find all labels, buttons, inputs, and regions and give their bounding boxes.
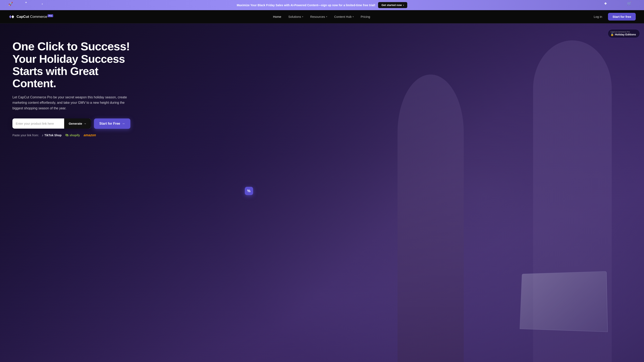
nav-links: Home Solutions ▾ Resources ▾ Content Hub…: [270, 13, 373, 20]
paste-from-bar: Paste your link from: ♪ TikTok Shop 🛍 sh…: [12, 133, 141, 137]
nav-actions: Log in Start for free: [590, 13, 636, 21]
tiktok-icon: ♪: [42, 133, 44, 137]
nav-link-content-hub[interactable]: Content Hub ▾: [331, 13, 356, 20]
announcement-cta-label: Get started now: [382, 4, 402, 7]
rocket-icon: 🚀: [8, 2, 13, 6]
nav-item-pricing[interactable]: Pricing: [358, 13, 373, 20]
nav-link-pricing[interactable]: Pricing: [358, 13, 373, 20]
holiday-badge-content: CapCut Commerce Pro 🔒 Holiday Editions: [610, 31, 636, 36]
logo[interactable]: CapCut CommercePro: [8, 14, 53, 19]
logo-brand-text: CapCut CommercePro: [16, 15, 53, 19]
announcement-cta-button[interactable]: Get started now ›: [378, 2, 407, 8]
source-shopify: 🛍 shopify: [65, 133, 80, 137]
arrow-right-icon: →: [122, 122, 125, 126]
holiday-badge[interactable]: CapCut Commerce Pro 🔒 Holiday Editions: [608, 29, 640, 38]
amazon-logo: amazon: [84, 133, 96, 137]
percent-icon-float: %: [245, 187, 253, 195]
cta-bar: Generate → Start for Free →: [12, 119, 141, 129]
navbar: CapCut CommercePro Home Solutions ▾ Reso…: [0, 10, 644, 24]
product-link-input[interactable]: [12, 119, 64, 129]
hero-content: One Click to Success! Your Holiday Succe…: [0, 24, 141, 150]
paste-sources: ♪ TikTok Shop 🛍 shopify amazon: [42, 133, 96, 137]
product-link-input-wrap: Generate →: [12, 119, 91, 129]
arrow-icon: →: [84, 122, 86, 125]
source-amazon: amazon: [84, 133, 96, 137]
start-for-free-button[interactable]: Start for Free →: [94, 119, 130, 129]
nav-link-solutions[interactable]: Solutions ▾: [285, 13, 306, 20]
capcut-logo-icon: [8, 14, 15, 19]
diamond-icon: ◆: [604, 1, 607, 5]
person-left-silhouette: [398, 75, 464, 362]
star-icon-2: ✦: [42, 3, 43, 5]
star-icon-1: ✦: [25, 1, 27, 4]
shopify-icon: 🛍: [65, 133, 68, 137]
nav-start-free-button[interactable]: Start for free: [608, 13, 636, 21]
announcement-text: Maximize Your Black Friday Sales with AI…: [237, 4, 376, 7]
announcement-cta-arrow: ›: [403, 4, 404, 7]
login-button[interactable]: Log in: [590, 13, 606, 20]
chevron-down-icon-3: ▾: [353, 16, 354, 18]
nav-item-solutions[interactable]: Solutions ▾: [285, 13, 306, 20]
laptop-shape: [520, 271, 608, 332]
nav-item-content-hub[interactable]: Content Hub ▾: [331, 13, 356, 20]
nav-link-resources[interactable]: Resources ▾: [307, 13, 330, 20]
chevron-down-icon-2: ▾: [326, 16, 327, 18]
nav-item-home[interactable]: Home: [270, 13, 284, 20]
shopify-logo: shopify: [70, 134, 80, 137]
chevron-down-icon: ▾: [302, 16, 303, 18]
hero-heading: One Click to Success! Your Holiday Succe…: [12, 40, 141, 90]
paste-from-label: Paste your link from:: [12, 134, 39, 137]
nav-item-resources[interactable]: Resources ▾: [307, 13, 330, 20]
nav-link-home[interactable]: Home: [270, 13, 284, 20]
cart-icon: 🛒: [627, 1, 632, 6]
hero-subtext: Let CapCut Commerce Pro be your secret w…: [12, 95, 132, 111]
announcement-bar: 🚀 ✦ ✦ Maximize Your Black Friday Sales w…: [0, 0, 644, 10]
source-tiktok: ♪ TikTok Shop: [42, 133, 62, 137]
generate-button[interactable]: Generate →: [64, 119, 91, 129]
tiktok-logo: TikTok Shop: [44, 134, 62, 137]
hero-section: % CapCut Commerce Pro 🔒 Holiday Editions…: [0, 24, 644, 362]
lock-icon: 🔒: [610, 33, 614, 36]
